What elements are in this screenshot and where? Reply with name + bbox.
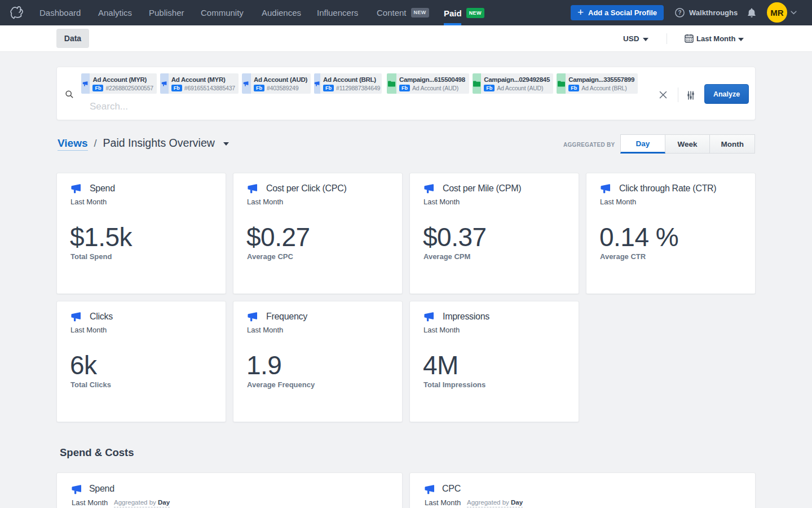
svg-text:?: ?	[678, 10, 681, 16]
